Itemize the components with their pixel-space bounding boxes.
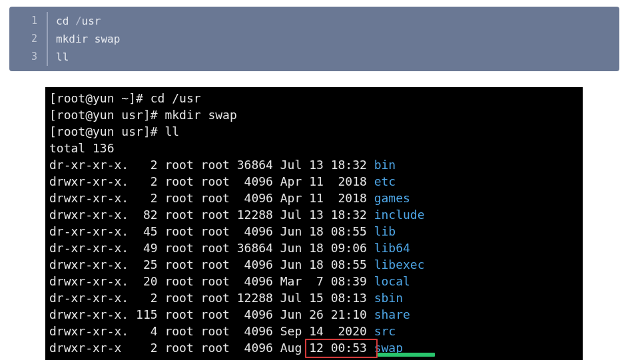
directory-name: lib (374, 224, 396, 238)
directory-name: src (374, 324, 396, 338)
directory-name: libexec (374, 258, 425, 272)
terminal-window: [root@yun ~]# cd /usr [root@yun usr]# mk… (45, 87, 583, 360)
code-line: ll (56, 48, 120, 66)
line-number-gutter: 1 2 3 (9, 7, 47, 71)
line-number: 3 (9, 48, 47, 66)
directory-name: swap (374, 341, 403, 355)
code-content[interactable]: cd /usr mkdir swap ll (48, 7, 128, 71)
line-number: 2 (9, 30, 47, 48)
directory-name: sbin (374, 291, 403, 305)
code-line: mkdir swap (56, 30, 120, 48)
directory-name: bin (374, 158, 396, 172)
code-snippet: 1 2 3 cd /usr mkdir swap ll (9, 7, 619, 71)
terminal-output[interactable]: [root@yun ~]# cd /usr [root@yun usr]# mk… (49, 90, 579, 356)
directory-name: share (374, 307, 410, 321)
line-number: 1 (9, 12, 47, 30)
page: 1 2 3 cd /usr mkdir swap ll [root@yun ~]… (0, 0, 626, 360)
directory-name: local (374, 274, 410, 288)
directory-name: include (374, 208, 425, 222)
code-line: cd /usr (56, 12, 120, 30)
directory-name: lib64 (374, 241, 410, 255)
directory-name: etc (374, 174, 396, 188)
directory-name: games (374, 191, 410, 205)
